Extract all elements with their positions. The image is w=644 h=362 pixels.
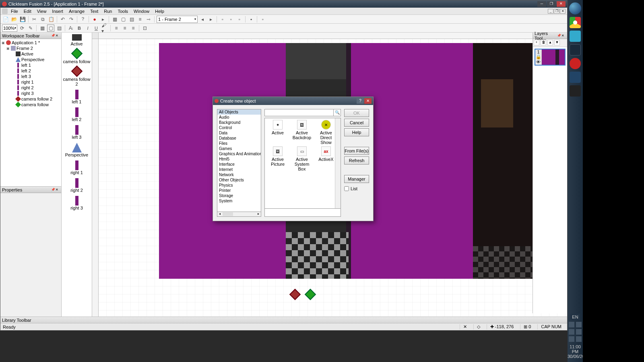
- object-vscroll[interactable]: [335, 118, 341, 208]
- library-toolbar[interactable]: Library Toolbar: [0, 317, 567, 323]
- menu-text[interactable]: Text: [88, 8, 101, 14]
- align-left-button[interactable]: ≡: [113, 25, 120, 32]
- tree-frame[interactable]: ▣Frame 2: [1, 45, 60, 51]
- language-indicator[interactable]: EN: [570, 314, 580, 320]
- undo-button[interactable]: ↶: [59, 16, 66, 23]
- cat-html5[interactable]: Html5: [217, 156, 261, 162]
- menu-file[interactable]: File: [8, 8, 21, 14]
- windows-taskbar[interactable]: EN 11:00 PM 30/06/2015: [568, 0, 583, 362]
- cat-database[interactable]: Database: [217, 136, 261, 141]
- menu-insert[interactable]: Insert: [50, 8, 66, 14]
- tool-5[interactable]: ⊡: [141, 25, 149, 32]
- titlebar[interactable]: Clickteam Fusion 2.5 - [Application 1 - …: [0, 0, 567, 8]
- menu-help[interactable]: Help: [153, 8, 167, 14]
- cat-other[interactable]: Other Objects: [217, 177, 261, 183]
- category-hscroll[interactable]: ◂▸: [217, 212, 261, 217]
- tree-item-active[interactable]: Active: [1, 51, 60, 57]
- dialog-help-button[interactable]: ?: [357, 98, 364, 104]
- workspace-panel-header[interactable]: Workspace Toolbar 📌 ✕: [0, 33, 61, 39]
- help-button[interactable]: Help: [344, 128, 369, 136]
- mdi-min[interactable]: _: [548, 9, 553, 14]
- object-grid[interactable]: ✦Active 🖼Active Backdrop ✕Active Direct …: [264, 118, 341, 209]
- obj-active[interactable]: Active: [62, 34, 91, 46]
- dlg-obj-sysbox[interactable]: ▭Active System Box: [291, 146, 313, 171]
- data-elements-button[interactable]: ⇾: [145, 16, 152, 23]
- search-icon[interactable]: 🔍: [333, 109, 341, 116]
- maximize-button[interactable]: ❐: [547, 1, 556, 7]
- align-right-button[interactable]: ≡: [130, 25, 137, 32]
- obj-camfollow2[interactable]: camera follow 2: [62, 67, 91, 86]
- tray-icon[interactable]: [569, 322, 574, 327]
- event-list-button[interactable]: ≡: [136, 16, 144, 23]
- layer-up-button[interactable]: ▲: [547, 40, 553, 45]
- object-list[interactable]: Active camera follow camera follow 2 lef…: [62, 33, 92, 323]
- tray-icon[interactable]: [576, 336, 582, 342]
- paste-button[interactable]: 📋: [47, 16, 55, 23]
- minimize-button[interactable]: ─: [537, 1, 546, 7]
- color-button[interactable]: 🖌▾: [101, 25, 108, 32]
- tray-icon[interactable]: [569, 336, 574, 342]
- cat-audio[interactable]: Audio: [217, 115, 261, 120]
- cancel-button[interactable]: Cancel: [344, 119, 369, 127]
- category-list[interactable]: All Objects Audio Background Control Dat…: [217, 109, 261, 212]
- obj-perspective[interactable]: Perspective: [62, 143, 91, 157]
- taskbar-app-gear[interactable]: [570, 85, 581, 97]
- toolbar-button-b[interactable]: ▫: [227, 16, 235, 23]
- menu-window[interactable]: Window: [131, 8, 152, 14]
- cat-interface[interactable]: Interface: [217, 162, 261, 167]
- tray-icon[interactable]: [576, 322, 582, 327]
- tree-item-left3[interactable]: left 3: [1, 74, 60, 79]
- mdi-restore[interactable]: ❐: [554, 9, 559, 14]
- run-frame-button[interactable]: ▸: [99, 16, 107, 23]
- workspace-tree[interactable]: ▣Application 1 * ▣Frame 2 Active Perspec…: [0, 39, 61, 186]
- grid-button[interactable]: ▦: [39, 25, 46, 32]
- eye-icon[interactable]: 👁: [535, 60, 541, 64]
- cat-network[interactable]: Network: [217, 172, 261, 177]
- tool-2[interactable]: ✎: [27, 25, 34, 32]
- cat-storage[interactable]: Storage: [217, 193, 261, 198]
- taskbar-skype[interactable]: [570, 31, 581, 42]
- save-button[interactable]: 💾: [19, 16, 26, 23]
- tray-icon[interactable]: [569, 329, 574, 335]
- fromfiles-button[interactable]: From File(s): [344, 147, 369, 155]
- obj-left3[interactable]: left 3: [62, 125, 91, 140]
- tray-icon[interactable]: [576, 329, 582, 335]
- search-input[interactable]: [265, 109, 333, 116]
- tool-3[interactable]: ▢: [47, 25, 54, 32]
- layer-del-button[interactable]: 🗑: [541, 40, 546, 45]
- dlg-obj-backdrop[interactable]: 🖼Active Backdrop: [291, 120, 313, 145]
- tree-item-left1[interactable]: left 1: [1, 62, 60, 68]
- ruler-vertical[interactable]: [92, 39, 99, 318]
- underline-button[interactable]: U: [93, 25, 100, 32]
- lock-icon[interactable]: 🔒: [535, 54, 541, 60]
- menu-arrange[interactable]: Arrange: [66, 8, 87, 14]
- cat-physics[interactable]: Physics: [217, 183, 261, 188]
- frame-editor-button[interactable]: ▢: [120, 16, 127, 23]
- next-frame-button[interactable]: ▸: [207, 16, 215, 23]
- tree-item-right3[interactable]: right 3: [1, 90, 60, 96]
- start-button[interactable]: [569, 2, 581, 14]
- close-button[interactable]: ✕: [557, 1, 566, 7]
- dialog-titlebar[interactable]: Create new object ? ✕: [213, 97, 373, 105]
- dlg-obj-directshow[interactable]: ✕Active Direct Show: [315, 120, 337, 145]
- italic-button[interactable]: I: [84, 25, 91, 32]
- zoom-input[interactable]: 100%▾: [2, 25, 17, 32]
- dlg-obj-picture[interactable]: 🖼Active Picture: [266, 146, 289, 171]
- obj-camfollow[interactable]: camera follow: [62, 49, 91, 64]
- clock-date[interactable]: 30/06/2015: [568, 354, 583, 359]
- menu-view[interactable]: View: [35, 8, 49, 14]
- taskbar-steam[interactable]: [570, 44, 581, 56]
- toolbar-button-a[interactable]: ▫: [219, 16, 226, 23]
- menu-edit[interactable]: Edit: [21, 8, 34, 14]
- tree-item-camfollow[interactable]: camera follow: [1, 102, 60, 107]
- layer-add-button[interactable]: +: [534, 40, 539, 45]
- prev-frame-button[interactable]: ◂: [199, 16, 206, 23]
- storyboard-button[interactable]: ▦: [111, 16, 118, 23]
- new-button[interactable]: 📄: [2, 16, 9, 23]
- align-center-button[interactable]: ≡: [121, 25, 128, 32]
- event-editor-button[interactable]: ▤: [128, 16, 135, 23]
- tree-app[interactable]: ▣Application 1 *: [1, 40, 60, 45]
- redo-button[interactable]: ↷: [68, 16, 75, 23]
- cut-button[interactable]: ✂: [31, 16, 38, 23]
- panel-close-icon[interactable]: ✕: [56, 34, 60, 38]
